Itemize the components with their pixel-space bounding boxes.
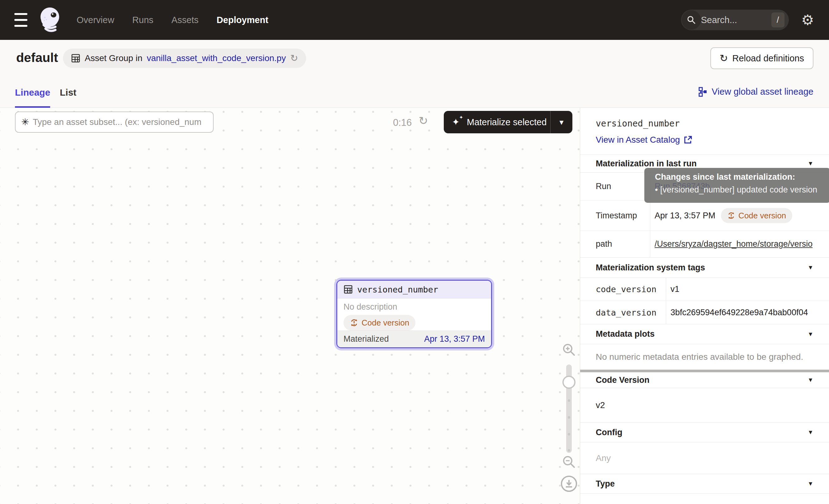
view-in-asset-catalog-link[interactable]: View in Asset Catalog (596, 135, 692, 145)
code-version-badge[interactable]: Code version (721, 208, 792, 223)
materialize-selected-button[interactable]: ✦✦ Materialize selected ▾ (444, 111, 572, 133)
tab-lineage[interactable]: Lineage (15, 78, 50, 107)
section-metadata-plots[interactable]: Metadata plots ▼ (580, 324, 829, 344)
table-row: data_version 3bfc269594ef649228e9a74bab0… (580, 301, 829, 324)
table-row: path /Users/sryza/dagster_home/storage/v… (580, 231, 829, 257)
section-code-version[interactable]: Code Version ▼ (580, 372, 829, 388)
materialize-dropdown-caret[interactable]: ▾ (550, 117, 572, 127)
table-row: Timestamp Apr 13, 3:57 PM Code version (580, 201, 829, 231)
download-graph-icon[interactable] (561, 476, 577, 492)
sidebar-asset-name: versioned_number (596, 118, 829, 129)
top-nav: Overview Runs Assets Deployment / ⚙ (0, 0, 829, 40)
refresh-icon[interactable]: ↻ (290, 53, 298, 63)
code-version-badge: Code version (344, 315, 416, 330)
nav-item-deployment[interactable]: Deployment (217, 15, 268, 25)
collapse-caret-icon[interactable]: ▼ (807, 480, 814, 487)
settings-gear-icon[interactable]: ⚙ (801, 13, 814, 27)
section-materialization-system-tags[interactable]: Materialization system tags ▼ (580, 257, 829, 278)
collapse-caret-icon[interactable]: ▼ (807, 376, 814, 384)
changed-sync-icon (727, 212, 735, 220)
section-type[interactable]: Type ▼ (580, 474, 829, 494)
nav-item-runs[interactable]: Runs (132, 15, 153, 25)
panel-splitter-handle[interactable] (580, 370, 829, 372)
code-version-value: v1 (671, 284, 680, 294)
dagster-logo-icon[interactable] (37, 6, 64, 34)
asset-node-title: versioned_number (357, 285, 438, 294)
changed-sync-icon (350, 318, 358, 327)
asset-node-header: versioned_number (337, 281, 491, 298)
page-title: default (16, 50, 58, 65)
timestamp-value: Apr 13, 3:57 PM (655, 211, 715, 220)
collapse-caret-icon[interactable]: ▼ (807, 429, 814, 436)
lineage-graph-icon (698, 87, 707, 97)
asset-subset-filter: ✳ (15, 111, 214, 133)
table-row: code_version v1 (580, 278, 829, 301)
search-icon (682, 10, 701, 30)
asset-group-prefix: Asset Group in (85, 53, 142, 63)
nav-item-overview[interactable]: Overview (77, 15, 114, 25)
search-input[interactable] (701, 15, 771, 25)
zoom-in-icon[interactable] (562, 342, 576, 357)
collapse-caret-icon[interactable]: ▼ (807, 331, 814, 338)
code-version-definition-value: v2 (580, 388, 829, 423)
external-link-icon (684, 136, 692, 144)
asset-node-description: No description (344, 302, 485, 312)
materialized-status-label: Materialized (344, 334, 389, 344)
asset-subset-input[interactable] (33, 117, 207, 127)
global-search[interactable]: / (681, 10, 789, 30)
asset-group-file-link[interactable]: vanilla_asset_with_code_version.py (147, 53, 286, 63)
view-global-asset-lineage-link[interactable]: View global asset lineage (698, 86, 814, 97)
reload-definitions-button[interactable]: ↻ Reload definitions (710, 47, 814, 69)
config-value: Any (580, 442, 829, 474)
hamburger-menu-icon[interactable] (14, 13, 31, 27)
asset-node-footer: Materialized Apr 13, 3:57 PM (337, 330, 491, 347)
path-link[interactable]: /Users/sryza/dagster_home/storage/versio (655, 239, 813, 249)
nav-item-assets[interactable]: Assets (172, 15, 199, 25)
page-header: default Asset Group in vanilla_asset_wit… (0, 40, 829, 78)
section-config[interactable]: Config ▼ (580, 423, 829, 442)
collapse-caret-icon[interactable]: ▼ (807, 264, 814, 271)
metadata-plots-empty-message: No numeric metadata entries available to… (580, 344, 829, 370)
asset-sidebar: versioned_number View in Asset Catalog M… (580, 108, 829, 504)
collapse-caret-icon[interactable]: ▼ (807, 160, 814, 167)
system-tags-table: code_version v1 data_version 3bfc269594e… (580, 278, 829, 324)
zoom-out-icon[interactable] (562, 455, 576, 469)
lineage-canvas[interactable]: ✳ 0:16 ↻ ✦✦ Materialize selected ▾ versi… (0, 108, 580, 504)
search-shortcut-badge: / (771, 12, 785, 27)
asset-group-pill: Asset Group in vanilla_asset_with_code_v… (63, 48, 306, 68)
tab-list[interactable]: List (60, 78, 76, 107)
view-tabs: Lineage List View global asset lineage (0, 78, 829, 108)
data-version-value: 3bfc269594ef649228e9a74bab00f04 (671, 308, 808, 317)
materialized-timestamp-link[interactable]: Apr 13, 3:57 PM (424, 334, 485, 344)
refresh-timer: 0:16 (393, 117, 412, 128)
reload-icon: ↻ (720, 53, 728, 63)
op-selector-icon: ✳ (21, 117, 29, 127)
sparkle-icon: ✦✦ (452, 117, 463, 128)
canvas-refresh-icon[interactable]: ↻ (419, 115, 428, 127)
zoom-slider-thumb[interactable] (563, 376, 576, 389)
asset-node-versioned-number[interactable]: versioned_number No description Code ver… (336, 280, 492, 348)
table-grid-icon (71, 53, 80, 63)
changes-tooltip: Changes since last materialization: • [v… (644, 168, 829, 203)
top-nav-items: Overview Runs Assets Deployment (77, 15, 268, 25)
table-grid-icon (344, 285, 353, 294)
